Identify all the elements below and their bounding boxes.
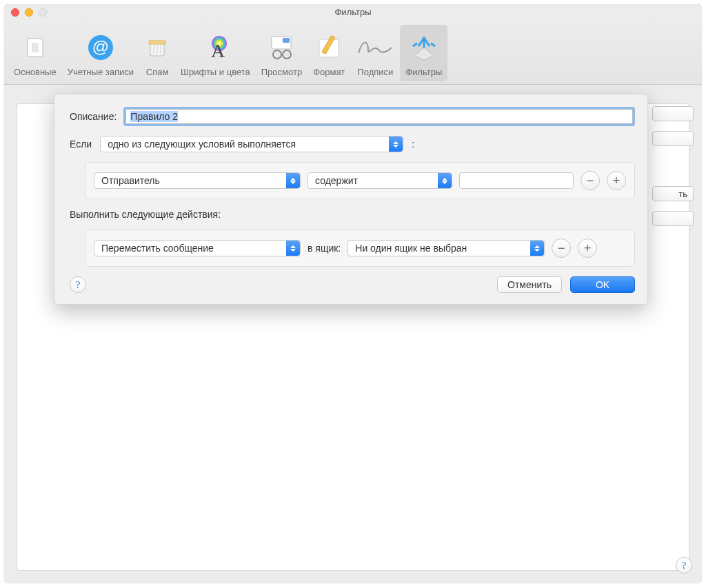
add-action-button[interactable]: + bbox=[578, 239, 597, 258]
help-button[interactable]: ? bbox=[70, 276, 86, 293]
minus-icon: − bbox=[587, 174, 594, 188]
tab-label: Просмотр bbox=[261, 67, 302, 77]
side-button-partial-1[interactable] bbox=[652, 106, 694, 121]
minus-icon: − bbox=[558, 241, 565, 256]
svg-rect-5 bbox=[149, 41, 165, 44]
tab-label: Шрифты и цвета bbox=[181, 67, 250, 77]
tab-fonts-colors[interactable]: A Шрифты и цвета bbox=[175, 25, 256, 81]
tab-composing[interactable]: Формат bbox=[307, 25, 350, 81]
remove-condition-button[interactable]: − bbox=[581, 171, 600, 190]
pane-help: ? bbox=[676, 557, 692, 574]
general-icon bbox=[23, 32, 47, 63]
tab-label: Формат bbox=[313, 67, 345, 77]
rule-editor-sheet: Описание: Правило 2 Если одно из следующ… bbox=[54, 94, 648, 305]
ok-button[interactable]: OK bbox=[570, 276, 635, 293]
popup-value: Переместить сообщение bbox=[101, 243, 214, 254]
titlebar: Фильтры bbox=[4, 4, 702, 19]
description-focus-ring: Правило 2 bbox=[123, 107, 635, 126]
if-label: Если bbox=[70, 139, 92, 150]
rules-icon bbox=[410, 32, 438, 63]
popup-value: Отправитель bbox=[101, 175, 160, 186]
condition-field-popup[interactable]: Отправитель bbox=[94, 172, 301, 189]
preferences-toolbar: Основные @ Учетные записи Спам A Шрифты bbox=[4, 19, 702, 85]
chevron-updown-icon bbox=[438, 173, 452, 188]
at-icon: @ bbox=[87, 32, 114, 63]
window-controls bbox=[11, 8, 47, 17]
description-label: Описание: bbox=[70, 111, 117, 122]
conditions-group: Отправитель содержит − + bbox=[85, 162, 635, 199]
chevron-updown-icon bbox=[530, 241, 544, 256]
svg-marker-19 bbox=[414, 48, 434, 60]
to-mailbox-label: в ящик: bbox=[307, 243, 341, 254]
tab-signatures[interactable]: Подписи bbox=[350, 25, 400, 81]
action-target-popup[interactable]: Ни один ящик не выбран bbox=[347, 240, 545, 256]
tab-label: Фильтры bbox=[405, 67, 442, 77]
svg-point-13 bbox=[273, 50, 281, 59]
if-row: Если одно из следующих условий выполняет… bbox=[70, 136, 635, 152]
svg-rect-12 bbox=[283, 38, 290, 43]
chevron-updown-icon bbox=[286, 173, 300, 188]
chevron-updown-icon bbox=[389, 136, 403, 152]
tab-rules[interactable]: Фильтры bbox=[400, 25, 447, 81]
zoom-icon bbox=[39, 8, 47, 17]
svg-point-14 bbox=[283, 50, 291, 59]
side-button-partial-4[interactable] bbox=[652, 211, 694, 226]
colon: : bbox=[412, 139, 414, 150]
tab-label: Учетные записи bbox=[68, 67, 134, 77]
description-input[interactable]: Правило 2 bbox=[125, 109, 633, 124]
tab-junk[interactable]: Спам bbox=[139, 25, 175, 81]
cancel-button[interactable]: Отменить bbox=[497, 276, 562, 293]
remove-action-button[interactable]: − bbox=[552, 239, 571, 258]
help-button[interactable]: ? bbox=[676, 557, 692, 574]
trash-icon bbox=[145, 32, 170, 63]
condition-mode-popup[interactable]: одно из следующих условий выполняется bbox=[100, 136, 403, 152]
fonts-icon: A bbox=[201, 32, 229, 63]
condition-value-input[interactable] bbox=[459, 172, 574, 189]
sheet-footer: ? Отменить OK bbox=[70, 276, 635, 293]
window-title: Фильтры bbox=[334, 7, 371, 17]
svg-text:A: A bbox=[211, 40, 225, 61]
popup-value: одно из следующих условий выполняется bbox=[108, 139, 296, 150]
description-row: Описание: Правило 2 bbox=[70, 107, 635, 126]
close-icon[interactable] bbox=[11, 8, 19, 17]
tab-label: Спам bbox=[146, 67, 169, 77]
side-button-partial-3[interactable]: ть bbox=[652, 186, 694, 201]
signature-icon bbox=[356, 32, 394, 63]
tab-accounts[interactable]: @ Учетные записи bbox=[62, 25, 139, 81]
preferences-window: Фильтры Основные @ Учетные записи Спам bbox=[4, 4, 702, 583]
actions-group: Переместить сообщение в ящик: Ни один ящ… bbox=[85, 230, 635, 267]
actions-header: Выполнить следующие действия: bbox=[70, 209, 635, 220]
tab-general[interactable]: Основные bbox=[8, 25, 62, 81]
side-button-partial-2[interactable] bbox=[652, 131, 694, 146]
chevron-updown-icon bbox=[286, 241, 300, 256]
content-area: Вк ть Описание: Правило 2 Если одно из с… bbox=[4, 85, 702, 583]
popup-value: содержит bbox=[315, 175, 358, 186]
compose-icon bbox=[316, 32, 341, 63]
add-condition-button[interactable]: + bbox=[607, 171, 626, 190]
tab-label: Подписи bbox=[357, 67, 393, 77]
help-icon: ? bbox=[682, 560, 687, 571]
plus-icon: + bbox=[584, 241, 592, 256]
actions-label: Выполнить следующие действия: bbox=[70, 209, 221, 220]
tab-label: Основные bbox=[14, 67, 57, 77]
viewing-icon bbox=[268, 32, 295, 63]
side-buttons: ть bbox=[652, 106, 694, 226]
popup-value: Ни один ящик не выбран bbox=[355, 243, 467, 254]
svg-rect-1 bbox=[32, 43, 39, 52]
condition-operator-popup[interactable]: содержит bbox=[307, 172, 452, 189]
minimize-icon[interactable] bbox=[25, 8, 33, 17]
svg-text:@: @ bbox=[92, 37, 109, 56]
plus-icon: + bbox=[613, 174, 621, 188]
tab-viewing[interactable]: Просмотр bbox=[256, 25, 307, 81]
help-icon: ? bbox=[76, 279, 81, 291]
action-verb-popup[interactable]: Переместить сообщение bbox=[94, 240, 301, 256]
